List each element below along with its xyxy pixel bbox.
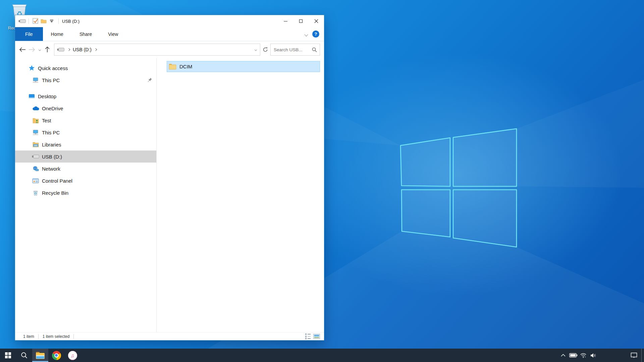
tab-view[interactable]: View xyxy=(100,27,126,41)
action-center-button[interactable] xyxy=(627,349,641,362)
qat-customize-dropdown[interactable] xyxy=(48,17,56,25)
search-box[interactable] xyxy=(270,44,320,56)
close-button[interactable] xyxy=(309,15,324,27)
checkbox-check-icon xyxy=(33,18,39,24)
battery-icon xyxy=(569,353,578,358)
details-view-icon xyxy=(305,334,311,339)
tab-share[interactable]: Share xyxy=(71,27,100,41)
sidebar-item-control-panel[interactable]: Control Panel xyxy=(15,175,156,187)
item-count: 1 item xyxy=(23,334,34,339)
breadcrumb-segment[interactable]: USB (D:) xyxy=(70,47,95,52)
up-arrow-icon xyxy=(45,47,50,53)
status-bar: 1 item 1 item selected xyxy=(15,332,324,340)
start-button[interactable] xyxy=(0,349,16,362)
forward-button[interactable] xyxy=(27,44,37,55)
sidebar-item-usb-drive[interactable]: USB (D:) xyxy=(15,150,156,163)
navigation-pane: Quick access This PC Desktop xyxy=(15,58,156,332)
sidebar-item-label: Recycle Bin xyxy=(42,190,68,196)
address-dropdown-button[interactable] xyxy=(251,49,260,51)
taskbar-itunes-button[interactable]: ♫ xyxy=(64,349,80,362)
tab-file[interactable]: File xyxy=(15,27,43,41)
taskbar: ♫ xyxy=(0,349,644,362)
tray-expand-button[interactable] xyxy=(558,349,568,362)
sidebar-item-desktop[interactable]: Desktop xyxy=(15,90,156,102)
refresh-button[interactable] xyxy=(260,44,270,56)
sidebar-item-this-pc-pinned[interactable]: This PC xyxy=(15,74,156,86)
maximize-icon xyxy=(299,19,303,23)
sidebar-item-onedrive[interactable]: OneDrive xyxy=(15,102,156,114)
this-pc-icon xyxy=(31,130,40,135)
sidebar-item-this-pc[interactable]: This PC xyxy=(15,126,156,138)
taskbar-chrome-button[interactable] xyxy=(48,349,64,362)
sidebar-item-network[interactable]: Network xyxy=(15,163,156,175)
search-input[interactable] xyxy=(271,47,312,52)
volume-indicator[interactable] xyxy=(588,349,598,362)
sidebar-item-libraries[interactable]: Libraries xyxy=(15,138,156,150)
file-row-dcim[interactable]: DCIM xyxy=(167,61,320,72)
file-explorer-window: USB (D:) File Home Share View ? xyxy=(15,15,324,341)
search-icon[interactable] xyxy=(312,47,317,52)
qat-properties-button[interactable] xyxy=(32,17,40,25)
system-tray xyxy=(558,349,644,362)
sidebar-item-label: This PC xyxy=(42,130,60,135)
ribbon-tab-bar: File Home Share View ? xyxy=(15,27,324,41)
sidebar-item-label: This PC xyxy=(42,77,60,83)
refresh-icon xyxy=(263,47,268,52)
usb-drive-icon xyxy=(31,155,40,159)
recent-locations-button[interactable] xyxy=(37,44,43,55)
network-icon xyxy=(31,166,40,172)
sidebar-item-label: Desktop xyxy=(38,94,56,99)
control-panel-icon xyxy=(31,178,40,183)
wifi-indicator[interactable] xyxy=(578,349,588,362)
minimize-button[interactable] xyxy=(278,15,293,27)
breadcrumb-chevron-icon[interactable] xyxy=(94,48,97,51)
usb-drive-icon xyxy=(57,48,64,52)
title-bar[interactable]: USB (D:) xyxy=(15,15,324,27)
sidebar-item-label: Network xyxy=(42,166,60,172)
qat-new-folder-button[interactable] xyxy=(40,17,48,25)
pin-icon xyxy=(147,77,152,83)
sidebar-item-label: OneDrive xyxy=(42,106,63,111)
show-desktop-button[interactable] xyxy=(641,349,644,362)
caption-buttons xyxy=(278,15,324,27)
customize-toolbar-icon xyxy=(49,20,55,22)
selection-status: 1 item selected xyxy=(43,334,70,339)
sidebar-item-recycle-bin[interactable]: Recycle Bin xyxy=(15,187,156,199)
up-button[interactable] xyxy=(43,44,52,55)
sidebar-item-label: Test xyxy=(42,118,51,123)
libraries-icon xyxy=(31,142,40,147)
sidebar-item-label: Quick access xyxy=(38,65,68,71)
sidebar-item-label: Libraries xyxy=(42,142,61,147)
separator xyxy=(73,334,74,339)
chevron-up-icon xyxy=(561,354,566,357)
file-name: DCIM xyxy=(179,64,192,69)
file-explorer-icon xyxy=(36,352,45,359)
window-content: Quick access This PC Desktop xyxy=(15,58,324,332)
large-icons-view-button[interactable] xyxy=(313,334,320,339)
sidebar-item-test[interactable]: Test xyxy=(15,114,156,126)
maximize-button[interactable] xyxy=(293,15,309,27)
wifi-icon xyxy=(580,353,587,358)
separator xyxy=(58,18,59,24)
separator xyxy=(38,334,39,339)
chevron-down-icon xyxy=(254,48,257,51)
expand-ribbon-button[interactable] xyxy=(305,31,308,37)
file-list-pane[interactable]: DCIM xyxy=(157,58,324,332)
sidebar-item-label: Control Panel xyxy=(42,178,72,184)
thumbnail-view-icon xyxy=(313,334,320,339)
address-bar[interactable]: USB (D:) xyxy=(54,44,260,56)
details-view-button[interactable] xyxy=(305,334,311,339)
back-arrow-icon xyxy=(19,47,26,52)
sidebar-item-quick-access[interactable]: Quick access xyxy=(15,62,156,74)
battery-indicator[interactable] xyxy=(568,349,578,362)
minimize-icon xyxy=(284,21,287,21)
folder-icon xyxy=(169,63,176,70)
taskbar-search-button[interactable] xyxy=(16,349,32,362)
tab-home[interactable]: Home xyxy=(43,27,71,41)
taskbar-file-explorer-button[interactable] xyxy=(32,349,48,362)
chevron-down-icon xyxy=(304,33,308,36)
back-button[interactable] xyxy=(18,44,27,55)
chrome-icon xyxy=(52,351,61,360)
close-icon xyxy=(314,19,318,23)
help-button[interactable]: ? xyxy=(312,31,319,38)
